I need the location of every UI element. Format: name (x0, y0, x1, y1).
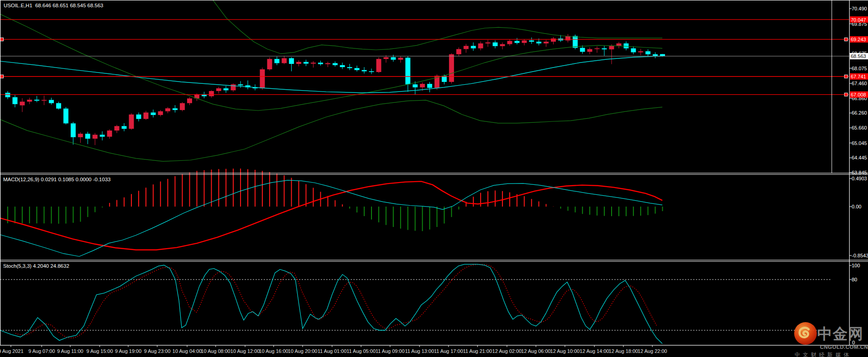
svg-text:0.00: 0.00 (852, 204, 861, 209)
cngold-logo-icon (794, 322, 817, 345)
svg-text:64.445: 64.445 (852, 155, 867, 160)
svg-text:11 Aug 17:00: 11 Aug 17:00 (434, 348, 463, 354)
svg-text:9 Aug 15:00: 9 Aug 15:00 (87, 348, 113, 354)
stoch-axis-zero-label: 0 (852, 340, 855, 345)
stoch-indicator-label: Stoch(5,3,3) 4.2040 24.8632 (3, 263, 69, 269)
time-axis[interactable]: 9 Aug 20219 Aug 07:009 Aug 11:009 Aug 15… (0, 345, 667, 354)
panel-separator (0, 0, 868, 0)
svg-text:10 Aug 16:00: 10 Aug 16:00 (259, 348, 289, 354)
symbol-title: USOIL.E,H1 68.646 68.651 68.545 68.563 (4, 3, 103, 8)
svg-text:10 Aug 20:00: 10 Aug 20:00 (288, 348, 318, 354)
svg-text:12 Aug 22:00: 12 Aug 22:00 (638, 348, 667, 354)
svg-text:0.4903: 0.4903 (852, 176, 867, 181)
svg-text:11 Aug 21:00: 11 Aug 21:00 (463, 348, 492, 354)
trading-terminal-window: 70.49069.87569.27568.67568.07567.46066.8… (0, 0, 868, 357)
panel-separator (0, 173, 868, 174)
svg-text:68.075: 68.075 (852, 66, 867, 71)
svg-text:67.741: 67.741 (851, 74, 866, 79)
svg-text:69.243: 69.243 (851, 37, 866, 42)
svg-text:70.047: 70.047 (851, 17, 866, 23)
watermark-brand-text: 中金网 (817, 326, 863, 341)
svg-text:11 Aug 13:00: 11 Aug 13:00 (405, 348, 434, 354)
panel-separator (0, 174, 868, 175)
svg-text:68.563: 68.563 (851, 53, 866, 59)
main-price-panel[interactable] (0, 0, 665, 161)
svg-text:67.008: 67.008 (851, 92, 866, 97)
svg-text:80: 80 (852, 277, 857, 282)
svg-text:65.660: 65.660 (852, 125, 867, 130)
stoch-panel[interactable] (0, 264, 849, 343)
macd-indicator-label: MACD(12,26,9) 0.0291 0.1085 0.0000 -0.10… (3, 177, 111, 182)
svg-text:70.490: 70.490 (852, 6, 867, 11)
watermark-tagline-text: 中文财经新媒体 (795, 351, 868, 357)
svg-text:10 Aug 08:00: 10 Aug 08:00 (201, 348, 231, 354)
svg-text:66.260: 66.260 (852, 110, 867, 116)
panel-separator (0, 261, 868, 262)
svg-text:12 Aug 06:00: 12 Aug 06:00 (521, 348, 551, 354)
svg-text:9 Aug 23:00: 9 Aug 23:00 (144, 348, 171, 354)
svg-text:9 Aug 19:00: 9 Aug 19:00 (115, 348, 142, 354)
svg-text:65.045: 65.045 (852, 140, 867, 146)
svg-text:9 Aug 2021: 9 Aug 2021 (0, 348, 24, 354)
svg-text:10 Aug 04:00: 10 Aug 04:00 (173, 348, 202, 354)
svg-text:-0.8543: -0.8543 (852, 253, 868, 258)
svg-text:11 Aug 05:00: 11 Aug 05:00 (347, 348, 376, 354)
panel-separator (0, 345, 868, 346)
price-axis[interactable]: 70.49069.87569.27568.67568.07567.46066.8… (849, 6, 868, 282)
svg-text:12 Aug 10:00: 12 Aug 10:00 (550, 348, 580, 354)
svg-text:9 Aug 07:00: 9 Aug 07:00 (29, 348, 55, 354)
svg-text:63.845: 63.845 (852, 170, 867, 175)
svg-text:11 Aug 09:00: 11 Aug 09:00 (376, 348, 405, 354)
svg-text:12 Aug 02:00: 12 Aug 02:00 (492, 348, 522, 354)
svg-text:9 Aug 11:00: 9 Aug 11:00 (57, 348, 83, 354)
cngold-watermark: 中金网 CNGOLD.COM.CN 中文财经新媒体 (794, 322, 868, 356)
chart-canvas[interactable]: 70.49069.87569.27568.67568.07567.46066.8… (0, 0, 868, 357)
panel-separator (0, 260, 868, 261)
watermark-domain-text: CNGOLD.COM.CN (820, 344, 868, 350)
svg-text:12 Aug 14:00: 12 Aug 14:00 (580, 348, 609, 354)
svg-text:12 Aug 18:00: 12 Aug 18:00 (609, 348, 638, 354)
svg-text:100: 100 (852, 263, 860, 268)
svg-text:67.460: 67.460 (852, 81, 867, 86)
svg-text:10 Aug 12:00: 10 Aug 12:00 (231, 348, 260, 354)
svg-text:11 Aug 01:00: 11 Aug 01:00 (318, 348, 347, 354)
